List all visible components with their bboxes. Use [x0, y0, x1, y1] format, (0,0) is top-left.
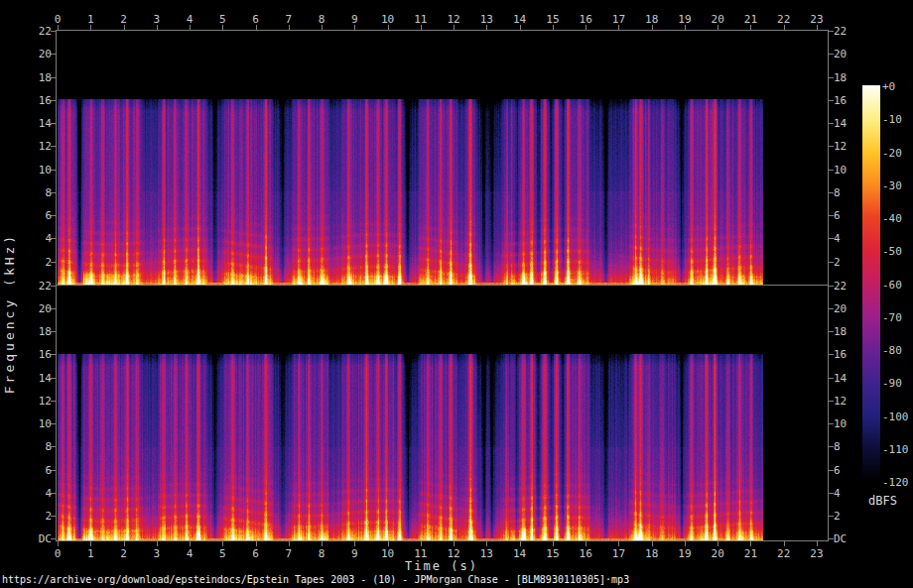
- x-tick-label: 0: [55, 548, 62, 559]
- x-tick-label: 22: [777, 14, 790, 25]
- freq-tick-label: 14: [834, 118, 847, 129]
- colorbar-tick-label: -60: [882, 279, 902, 290]
- x-tick: [222, 541, 223, 546]
- x-tick: [354, 25, 355, 30]
- x-tick-label: 19: [678, 548, 691, 559]
- x-tick: [256, 25, 257, 30]
- colorbar-tick-label: -90: [882, 378, 902, 389]
- spectrogram-viewer: dBFS 00112233445566778899101011111212131…: [0, 0, 913, 588]
- freq-tick-label: 6: [45, 464, 52, 475]
- x-tick-label: 10: [381, 14, 394, 25]
- x-tick: [388, 25, 389, 30]
- x-tick: [685, 25, 686, 30]
- freq-tick-label: 18: [39, 71, 52, 82]
- x-tick-label: 21: [744, 548, 757, 559]
- freq-tick-label: 6: [45, 210, 52, 221]
- x-tick-label: 13: [480, 548, 493, 559]
- x-tick-label: 9: [351, 14, 358, 25]
- x-tick-label: 6: [252, 548, 259, 559]
- colorbar-tick-label: -30: [882, 179, 902, 190]
- x-tick: [486, 541, 487, 546]
- x-tick-label: 6: [252, 14, 259, 25]
- colorbar-tick-label: -70: [882, 311, 902, 322]
- x-tick-label: 12: [447, 548, 459, 559]
- freq-tick-label: 2: [45, 511, 52, 522]
- x-tick: [685, 541, 686, 546]
- x-tick: [322, 541, 323, 546]
- x-tick-label: 3: [153, 14, 160, 25]
- freq-tick-label: 20: [834, 302, 847, 313]
- x-tick: [58, 25, 59, 30]
- freq-tick-label: 4: [834, 233, 841, 244]
- x-tick-label: 11: [414, 14, 427, 25]
- freq-tick-label: 16: [39, 349, 52, 360]
- x-tick-label: 18: [645, 548, 658, 559]
- spectrogram-channel-2: [58, 354, 763, 540]
- freq-tick-label: 6: [834, 464, 841, 475]
- x-tick-label: 1: [87, 548, 94, 559]
- x-tick: [124, 541, 125, 546]
- x-tick: [454, 541, 455, 546]
- colorbar-title: dBFS: [868, 495, 897, 507]
- freq-tick-label: 12: [834, 395, 847, 406]
- x-tick: [750, 541, 751, 546]
- x-tick: [618, 25, 619, 30]
- freq-tick-label: 14: [834, 372, 847, 383]
- x-tick-label: 23: [810, 14, 823, 25]
- freq-tick-label: 16: [834, 94, 847, 105]
- x-tick: [553, 541, 554, 546]
- x-tick: [652, 541, 653, 546]
- x-tick: [553, 25, 554, 30]
- x-tick-label: 19: [678, 14, 691, 25]
- x-tick: [289, 25, 290, 30]
- freq-tick-label: 14: [39, 118, 52, 129]
- spectrogram-channel-1: [58, 99, 763, 285]
- x-tick-label: 20: [712, 548, 724, 559]
- x-tick-label: 15: [546, 548, 559, 559]
- x-tick: [784, 25, 785, 30]
- x-tick-label: 20: [712, 14, 724, 25]
- freq-tick-label: 8: [45, 441, 52, 452]
- x-tick: [421, 541, 422, 546]
- freq-tick-label: 8: [834, 186, 841, 197]
- x-tick-label: 7: [286, 548, 293, 559]
- freq-tick-label: 16: [834, 349, 847, 360]
- freq-tick-label: 6: [834, 210, 841, 221]
- freq-tick-label: 4: [45, 233, 52, 244]
- freq-tick-label: 8: [45, 186, 52, 197]
- freq-tick-label: 4: [834, 487, 841, 498]
- x-tick-label: 9: [351, 548, 358, 559]
- x-tick: [520, 541, 521, 546]
- x-tick: [717, 25, 718, 30]
- x-tick: [222, 25, 223, 30]
- x-tick: [124, 25, 125, 30]
- x-tick: [322, 25, 323, 30]
- freq-tick-label: 12: [39, 141, 52, 152]
- x-tick: [289, 541, 290, 546]
- freq-tick-label: 20: [39, 302, 52, 313]
- freq-tick-label: 10: [39, 164, 52, 175]
- freq-tick-label: DC: [39, 533, 52, 544]
- x-tick-label: 14: [513, 548, 526, 559]
- colorbar-tick-label: -50: [882, 246, 902, 257]
- x-tick: [717, 541, 718, 546]
- x-tick: [388, 541, 389, 546]
- freq-tick-label: 22: [834, 280, 847, 291]
- x-tick: [750, 25, 751, 30]
- x-tick: [454, 25, 455, 30]
- colorbar-tick-label: -20: [882, 147, 902, 158]
- colorbar-tick-label: -40: [882, 213, 902, 224]
- x-tick: [784, 541, 785, 546]
- x-tick: [58, 541, 59, 546]
- status-url: https://archive·org/download/epsteindocs…: [2, 574, 629, 585]
- x-tick-label: 23: [810, 548, 823, 559]
- x-tick: [486, 25, 487, 30]
- freq-tick-label: DC: [834, 533, 847, 544]
- x-tick: [157, 541, 158, 546]
- x-tick: [354, 541, 355, 546]
- x-tick: [520, 25, 521, 30]
- colorbar: [862, 85, 880, 482]
- freq-tick-label: 18: [834, 71, 847, 82]
- x-tick: [817, 25, 818, 30]
- freq-tick-label: 14: [39, 372, 52, 383]
